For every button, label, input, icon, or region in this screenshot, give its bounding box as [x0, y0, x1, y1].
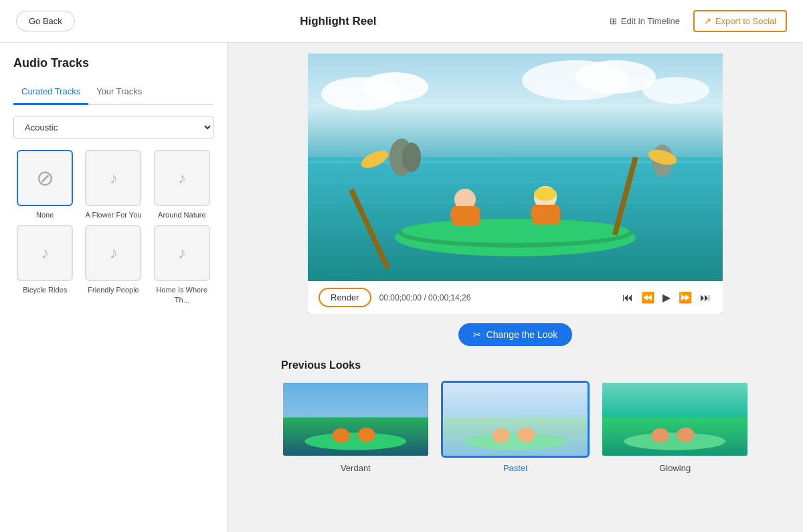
video-preview — [308, 54, 723, 281]
svg-rect-37 — [602, 383, 747, 418]
export-social-button[interactable]: ↗ Export to Social — [693, 10, 787, 32]
svg-rect-22 — [452, 206, 480, 226]
scissors-icon: ✂ — [473, 329, 481, 340]
track-label-flower: A Flower For You — [86, 210, 142, 219]
time-current: 00;00;00;00 — [379, 293, 422, 302]
svg-point-15 — [402, 219, 629, 243]
export-icon: ↗ — [704, 16, 711, 26]
app-header: Go Back Highlight Reel ⊞ Edit in Timelin… — [0, 0, 803, 43]
svg-point-36 — [517, 428, 535, 442]
svg-point-11 — [402, 143, 421, 172]
timeline-icon: ⊞ — [610, 16, 617, 26]
pastel-preview-svg — [443, 383, 588, 456]
track-label-around: Around Nature — [158, 210, 206, 219]
playback-controls: ⏮ ⏪ ▶ ⏩ ⏭ — [621, 290, 712, 305]
track-item-home[interactable]: ♪ Home Is Where Th... — [151, 225, 213, 304]
track-item-friendly[interactable]: ♪ Friendly People — [82, 225, 145, 304]
look-thumb-pastel — [441, 381, 590, 458]
music-note-icon-3: ♪ — [41, 244, 49, 262]
svg-rect-8 — [308, 181, 723, 183]
genre-select[interactable]: Acoustic Pop Jazz Classical Electronic — [13, 116, 213, 139]
change-look-button[interactable]: ✂ Change the Look — [458, 323, 573, 346]
track-label-none: None — [36, 210, 54, 219]
music-note-icon-4: ♪ — [109, 244, 117, 262]
svg-point-34 — [464, 433, 566, 450]
music-note-icon-5: ♪ — [178, 244, 186, 262]
sidebar: Audio Tracks Curated Tracks Your Tracks … — [0, 43, 228, 532]
kayak-scene-svg — [308, 54, 723, 281]
music-note-icon-2: ♪ — [178, 169, 186, 187]
track-grid: ⊘ None ♪ A Flower For You ♪ Around Natur… — [13, 150, 213, 304]
sidebar-title: Audio Tracks — [13, 56, 213, 70]
look-label-pastel: Pastel — [503, 463, 527, 473]
track-item-bicycle[interactable]: ♪ Bicycle Rides — [13, 225, 76, 304]
verdant-preview-svg — [283, 383, 428, 456]
glowing-preview-svg — [602, 383, 747, 456]
svg-point-30 — [333, 428, 350, 443]
page-title: Highlight Reel — [300, 15, 376, 28]
main-layout: Audio Tracks Curated Tracks Your Tracks … — [0, 43, 803, 532]
track-item-flower[interactable]: ♪ A Flower For You — [82, 150, 145, 219]
export-social-label: Export to Social — [715, 16, 776, 26]
svg-point-40 — [652, 428, 669, 443]
track-label-friendly: Friendly People — [88, 285, 139, 294]
track-label-bicycle: Bicycle Rides — [23, 285, 67, 294]
svg-rect-27 — [283, 383, 428, 418]
track-item-none[interactable]: ⊘ None — [13, 150, 76, 219]
track-thumb-flower: ♪ — [85, 150, 141, 206]
svg-rect-25 — [532, 205, 560, 225]
fast-forward-button[interactable]: ⏩ — [677, 290, 693, 305]
previous-looks-title: Previous Looks — [281, 359, 749, 371]
previous-looks-section: Previous Looks — [281, 359, 749, 473]
change-look-label: Change the Look — [486, 329, 558, 340]
tab-curated-tracks[interactable]: Curated Tracks — [13, 81, 88, 105]
time-display: 00;00;00;00 / 00;00;14;26 — [379, 293, 613, 302]
svg-point-5 — [642, 77, 709, 104]
track-item-around[interactable]: ♪ Around Nature — [151, 150, 213, 219]
looks-grid: Verdant — [281, 381, 749, 473]
edit-timeline-button[interactable]: ⊞ Edit in Timeline — [602, 11, 688, 31]
look-thumb-verdant — [281, 381, 430, 458]
skip-to-end-button[interactable]: ⏭ — [699, 290, 712, 305]
render-button[interactable]: Render — [319, 288, 371, 307]
music-note-icon: ♪ — [109, 169, 117, 187]
tab-your-tracks[interactable]: Your Tracks — [88, 81, 150, 105]
svg-rect-32 — [443, 383, 588, 418]
look-label-verdant: Verdant — [341, 463, 371, 473]
track-thumb-bicycle: ♪ — [17, 225, 73, 281]
header-actions: ⊞ Edit in Timeline ↗ Export to Social — [602, 10, 787, 32]
svg-point-41 — [677, 428, 695, 442]
look-item-glowing[interactable]: Glowing — [600, 381, 749, 473]
edit-timeline-label: Edit in Timeline — [621, 16, 680, 26]
go-back-button[interactable]: Go Back — [16, 11, 75, 31]
svg-point-31 — [358, 428, 375, 442]
content-area: Render 00;00;00;00 / 00;00;14;26 ⏮ ⏪ ▶ ⏩… — [228, 43, 803, 532]
svg-point-29 — [304, 433, 406, 450]
tabs-container: Curated Tracks Your Tracks — [13, 81, 213, 105]
track-thumb-home: ♪ — [154, 225, 210, 281]
svg-point-39 — [624, 433, 726, 450]
track-thumb-none: ⊘ — [17, 150, 73, 206]
time-total: 00;00;14;26 — [428, 293, 470, 302]
track-thumb-around: ♪ — [154, 150, 210, 206]
track-label-home: Home Is Where Th... — [151, 285, 213, 304]
rewind-button[interactable]: ⏪ — [640, 290, 656, 305]
look-thumb-glowing — [600, 381, 749, 458]
svg-point-35 — [492, 428, 509, 443]
svg-point-2 — [361, 72, 428, 102]
look-item-pastel[interactable]: Pastel — [441, 381, 590, 473]
skip-to-start-button[interactable]: ⏮ — [621, 290, 634, 305]
svg-point-26 — [534, 187, 557, 201]
video-container: Render 00;00;00;00 / 00;00;14;26 ⏮ ⏪ ▶ ⏩… — [308, 54, 723, 314]
controls-bar: Render 00;00;00;00 / 00;00;14;26 ⏮ ⏪ ▶ ⏩… — [308, 281, 723, 314]
track-thumb-friendly: ♪ — [85, 225, 141, 281]
svg-rect-9 — [308, 201, 723, 203]
look-item-verdant[interactable]: Verdant — [281, 381, 430, 473]
play-button[interactable]: ▶ — [661, 290, 672, 305]
look-label-glowing: Glowing — [659, 463, 691, 473]
